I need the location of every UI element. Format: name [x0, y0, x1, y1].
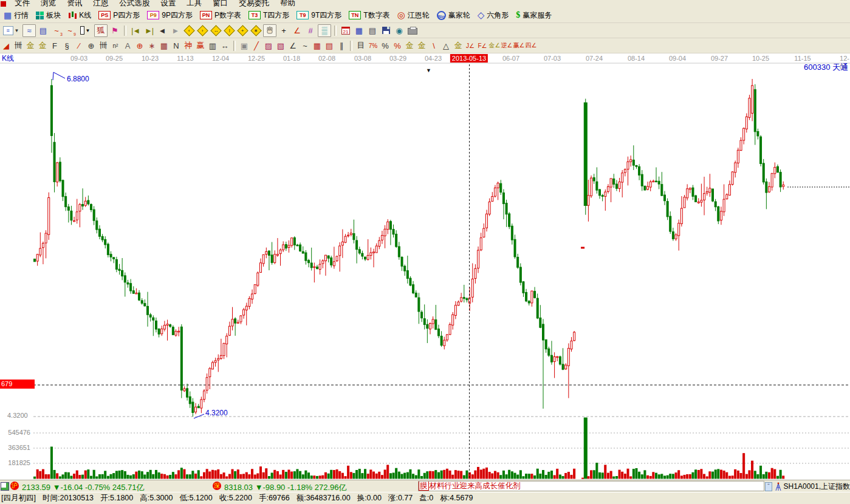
crosshair-tool-button[interactable]: + [278, 25, 290, 36]
pct-button[interactable]: % [380, 40, 391, 52]
pct-lines-button[interactable]: % [392, 40, 403, 52]
zoom-full-button[interactable]: ∗ [250, 25, 262, 36]
toolbar-button-kline[interactable]: K线 [68, 10, 91, 21]
toolbar-button-gann-wheel[interactable]: ◎江恩轮 [397, 10, 430, 21]
fan-box-2-button[interactable]: ▧ [275, 40, 286, 52]
h-span-button[interactable]: ↔ [219, 40, 230, 52]
angle-tool-button[interactable]: ∠ [291, 25, 303, 36]
zoom-horizontal-button[interactable]: ↔ [210, 25, 222, 36]
target-button[interactable]: ⊕ [134, 40, 145, 52]
last-bar-button[interactable]: ►| [143, 25, 155, 36]
toolbar-button-quote[interactable]: ▦行情 [4, 10, 29, 21]
zoom-left-button[interactable]: ‹ [183, 25, 195, 36]
f-grid-button[interactable]: F [49, 40, 60, 52]
clipboard-button[interactable]: ▤ [37, 25, 49, 36]
hand-tool-button[interactable] [263, 24, 276, 37]
news-ticker[interactable]: 膜材料行业迎来高成长催化剂 [418, 481, 764, 491]
list-button[interactable]: 目 [355, 40, 366, 52]
gold-lines-button[interactable]: 金 [416, 40, 427, 52]
gold-grid-2-button[interactable]: 金 [37, 40, 48, 52]
gann-tool-button[interactable]: # [304, 25, 317, 36]
menu-item-交易委托[interactable]: 交易委托 [233, 0, 275, 8]
shen-button[interactable]: 神 [183, 40, 194, 52]
n-square-button[interactable]: n² [110, 40, 121, 52]
red-grid-2-button[interactable]: ▤ [324, 40, 335, 52]
menu-item-公式选股[interactable]: 公式选股 [114, 0, 155, 8]
ying-angle-button[interactable]: 赢∠ [513, 40, 524, 52]
red-grid-button[interactable]: ▦ [312, 40, 323, 52]
mirror-button[interactable]: A [122, 40, 133, 52]
toolbar-button-t-square[interactable]: T3T四方形 [248, 10, 289, 21]
gold-under-button[interactable]: 金 [453, 40, 464, 52]
ni-angle-button[interactable]: 逆∠ [501, 40, 512, 52]
pencil-ruler-button[interactable]: ⁄ [74, 40, 84, 52]
spiral-button[interactable]: § [61, 40, 72, 52]
gold-angle-button[interactable]: 金∠ [489, 40, 500, 52]
print-button[interactable] [406, 25, 419, 36]
pencil-button[interactable]: ◢ [1, 40, 12, 52]
zoom-right-button[interactable]: › [196, 25, 208, 36]
candlestick-canvas[interactable] [0, 53, 850, 480]
toolbar-button-9t-square[interactable]: T99T四方形 [296, 10, 341, 21]
save-button[interactable] [380, 25, 392, 36]
box-tool-button[interactable]: ▣ [239, 40, 250, 52]
box-grid-button[interactable]: ▦ [159, 40, 170, 52]
fox-button[interactable]: 狐 [94, 24, 108, 37]
prev-bar-button[interactable]: ◄ [156, 25, 168, 36]
fan-lines-button[interactable]: ╱ [251, 40, 262, 52]
scale-3-button[interactable]: ~3 [50, 25, 63, 36]
wave-a-button[interactable]: △ [440, 40, 451, 52]
first-bar-button[interactable]: |◄ [129, 25, 142, 36]
toolbar-button-9p-square[interactable]: P99P四方形 [147, 10, 193, 21]
export-button[interactable]: ◉ [393, 25, 405, 36]
toolbar-button-hexagon[interactable]: ◇六角形 [478, 10, 509, 21]
menu-item-浏览[interactable]: 浏览 [35, 0, 61, 8]
wave-button[interactable]: ~ [300, 40, 310, 52]
zoom-all-button[interactable]: + [236, 25, 248, 36]
grid-lines-2-button[interactable]: 卌 [98, 40, 109, 52]
scale-9-button[interactable]: ~9 [64, 25, 76, 36]
angle-line-button[interactable]: ∠ [287, 40, 298, 52]
menu-item-窗口[interactable]: 窗口 [207, 0, 233, 8]
star-grid-button[interactable]: ∗ [146, 40, 157, 52]
calculator-button[interactable]: ▦ [353, 25, 365, 36]
j-angle-button[interactable]: J∠ [465, 40, 476, 52]
next-bar-button[interactable]: ► [170, 25, 182, 36]
memo-button[interactable]: ▤ [366, 25, 379, 36]
gold-grid-1-button[interactable]: 金 [25, 40, 36, 52]
toolbar-button-winner-wheel[interactable]: Big赢家轮 [437, 10, 470, 21]
chart-style-button[interactable]: ≈ [22, 24, 36, 37]
chart-area[interactable]: 09-0309-2510-2311-1312-0412-2501-1802-08… [0, 53, 850, 480]
zoom-vertical-button[interactable]: ↕ [223, 25, 235, 36]
period-selector[interactable]: ≡▼ [1, 25, 21, 36]
gold-circle-button[interactable]: 金 [404, 40, 415, 52]
group-tool-button[interactable]: ▒ [318, 24, 331, 37]
menu-item-帮助[interactable]: 帮助 [275, 0, 301, 8]
menu-item-江恩[interactable]: 江恩 [87, 0, 114, 8]
menu-item-文件[interactable]: 文件 [9, 0, 35, 8]
grid-lines-button[interactable]: 卌 [13, 40, 24, 52]
calendar-button[interactable]: 21 [340, 25, 352, 36]
toolbar-button-winner-service[interactable]: $赢家服务 [516, 10, 552, 21]
candle-type-button[interactable]: ▼ [77, 25, 93, 36]
fan-box-button[interactable]: ▨ [263, 40, 274, 52]
window-grid-icon[interactable] [1, 482, 9, 491]
pen-tool-button[interactable]: \ [428, 40, 439, 52]
parallel-button[interactable]: ∥ [336, 40, 347, 52]
toolbar-button-t-number-table[interactable]: TNT数字表 [349, 10, 389, 21]
flag-button[interactable]: ⚑ [109, 25, 121, 36]
time-circle-button[interactable]: ⊕ [86, 40, 97, 52]
menu-item-资讯[interactable]: 资讯 [61, 0, 87, 8]
toolbar-button-sectors[interactable]: 板块 [36, 10, 61, 21]
toolbar-button-p-square[interactable]: PSP四方形 [98, 10, 140, 21]
n-mark-button[interactable]: Ν [171, 40, 182, 52]
f-angle-button[interactable]: F∠ [477, 40, 488, 52]
menu-item-设置[interactable]: 设置 [155, 0, 181, 8]
grid-123-button[interactable]: ▥ [207, 40, 218, 52]
menu-item-工具[interactable]: 工具 [181, 0, 207, 8]
pct-strike-button[interactable]: 7% [368, 40, 379, 52]
si-angle-button[interactable]: 四∠ [526, 40, 536, 52]
spinner-icon[interactable]: ÷ [765, 482, 772, 491]
toolbar-button-p-number-table[interactable]: PNP数字表 [200, 10, 241, 21]
ying-button[interactable]: 赢 [195, 40, 206, 52]
